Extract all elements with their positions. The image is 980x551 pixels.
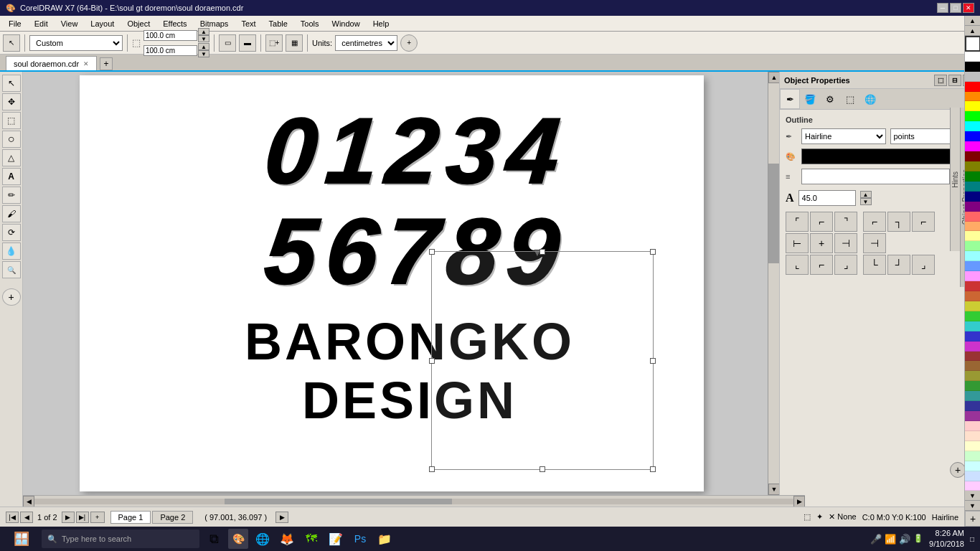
search-bar[interactable]: 🔍 Type here to search <box>42 529 199 548</box>
swatch-sienna[interactable] <box>965 361 980 371</box>
anchor-ml[interactable]: ⊢ <box>786 233 809 253</box>
panel-tab-window[interactable]: ⬚ <box>840 89 860 109</box>
corner-style-9[interactable]: ⌟ <box>912 255 935 275</box>
selection-box[interactable] <box>431 251 654 470</box>
anchor-mc[interactable]: + <box>810 233 833 253</box>
swatch-darkkhaki[interactable] <box>965 371 980 381</box>
taskbar-explorer[interactable]: 📁 <box>374 529 395 549</box>
tool-fill[interactable]: 💧 <box>2 242 21 260</box>
corner-style-1[interactable]: ⌐ <box>863 212 886 232</box>
scroll-down-button[interactable]: ▼ <box>768 484 779 495</box>
portrait-button[interactable]: ▭ <box>219 34 236 52</box>
panel-restore-button[interactable]: ⬚ <box>934 75 947 86</box>
handle-top-mid[interactable] <box>540 249 545 255</box>
hints-tab[interactable]: Hints <box>950 108 960 251</box>
corner-style-2[interactable]: ┐ <box>887 212 910 232</box>
swatch-cyan[interactable] <box>965 121 980 131</box>
swatch-darkviolet[interactable] <box>965 411 980 421</box>
units-dropdown[interactable]: centimetres <box>335 35 397 51</box>
tool-brush[interactable]: 🖌 <box>2 205 21 222</box>
add-button[interactable]: + <box>400 34 418 52</box>
landscape-button[interactable]: ▬ <box>239 34 256 52</box>
swatch-steel[interactable] <box>965 471 980 481</box>
pattern-preview[interactable] <box>801 169 950 184</box>
handle-top-right[interactable] <box>650 249 656 255</box>
menu-help[interactable]: Help <box>367 18 395 29</box>
corner-style-3[interactable]: ⌐ <box>912 212 935 232</box>
tool-ellipse[interactable]: ○ <box>2 131 21 148</box>
menu-text[interactable]: Text <box>235 18 261 29</box>
swatch-lightyellow[interactable] <box>965 231 980 241</box>
anchor-tc[interactable]: ⌐ <box>810 212 833 232</box>
page-2-tab[interactable]: Page 2 <box>152 511 193 524</box>
taskbar-firefox[interactable]: 🦊 <box>277 529 297 549</box>
handle-bot-left[interactable] <box>429 466 435 472</box>
swatch-darkgreen[interactable] <box>965 171 980 182</box>
swatch-lightcyan[interactable] <box>965 251 980 261</box>
record-button[interactable]: ▶ <box>275 512 288 523</box>
swatch-skyblue[interactable] <box>965 461 980 471</box>
size-input[interactable] <box>798 190 856 206</box>
title-bar-controls[interactable]: ─ □ ✕ <box>937 3 974 13</box>
minimize-button[interactable]: ─ <box>937 3 948 13</box>
swatch-orange[interactable] <box>965 92 980 102</box>
horizontal-scrollbar[interactable]: ◀ ▶ <box>23 495 805 507</box>
swatch-green[interactable] <box>965 111 980 121</box>
swatch-brown[interactable] <box>965 291 980 301</box>
stroke-type-dropdown[interactable]: Hairline <box>801 128 886 144</box>
tool-add[interactable]: + <box>2 288 21 306</box>
palette-scroll-down2[interactable]: ▼ <box>965 501 981 511</box>
scroll-right-button[interactable]: ▶ <box>793 496 805 507</box>
swatch-teal2[interactable] <box>965 321 980 331</box>
last-page-button[interactable]: ▶| <box>76 512 89 523</box>
corner-style-7[interactable]: └ <box>863 255 886 275</box>
close-button[interactable]: ✕ <box>963 3 974 13</box>
taskbar-corelmap[interactable]: 🗺 <box>301 529 321 549</box>
size-down-button[interactable]: ▼ <box>860 198 872 205</box>
handle-bot-right[interactable] <box>650 466 656 472</box>
tool-rectangle[interactable]: ⬚ <box>2 112 21 129</box>
panel-tab-effects[interactable]: ⚙ <box>820 89 840 109</box>
first-page-button[interactable]: |◀ <box>6 512 19 523</box>
menu-table[interactable]: Table <box>263 18 293 29</box>
chart-button[interactable]: ▦ <box>286 34 303 52</box>
taskbar-word[interactable]: 📝 <box>326 529 346 549</box>
height-up[interactable]: ▲ <box>198 43 209 50</box>
swatch-navy[interactable] <box>965 401 980 411</box>
no-color-swatch[interactable] <box>965 36 980 52</box>
palette-scroll-up[interactable]: ▲ <box>965 16 981 26</box>
palette-add-button[interactable]: + <box>965 511 980 527</box>
show-desktop-button[interactable]: □ <box>970 535 974 543</box>
handle-mid-right[interactable] <box>650 358 656 364</box>
swatch-magenta[interactable] <box>965 141 980 151</box>
tool-select[interactable]: ↖ <box>2 75 21 92</box>
handle-mid-left[interactable] <box>429 358 435 364</box>
preset-dropdown[interactable]: Custom <box>29 35 123 51</box>
panel-tab-fill[interactable]: 🪣 <box>800 89 820 109</box>
menu-tools[interactable]: Tools <box>295 18 325 29</box>
panel-float-button[interactable]: ⊟ <box>948 75 961 86</box>
color-preview[interactable] <box>801 149 965 164</box>
page-size-button[interactable]: ⬚+ <box>265 34 283 52</box>
menu-file[interactable]: File <box>3 18 27 29</box>
corner-style-8[interactable]: ┘ <box>887 255 910 275</box>
tray-mic-icon[interactable]: 🎤 <box>870 534 882 545</box>
swatch-mint[interactable] <box>965 451 980 461</box>
width-down[interactable]: ▼ <box>198 35 209 42</box>
tool-text[interactable]: A <box>2 168 21 185</box>
swatch-black[interactable] <box>965 62 980 72</box>
new-tab-button[interactable]: + <box>100 57 113 70</box>
scroll-up-button[interactable]: ▲ <box>768 72 779 83</box>
swatch-yellow[interactable] <box>965 101 980 111</box>
anchor-br[interactable]: ⌟ <box>834 255 857 275</box>
swatch-purple[interactable] <box>965 202 980 212</box>
tool-pointer[interactable]: ↖ <box>3 34 20 52</box>
swatch-darkred[interactable] <box>965 151 980 161</box>
swatch-lavender[interactable] <box>965 271 980 281</box>
scroll-track-v[interactable] <box>768 83 779 484</box>
swatch-thistle[interactable] <box>965 481 980 491</box>
active-tab[interactable]: soul doraemon.cdr ✕ <box>6 56 97 70</box>
page-1-tab[interactable]: Page 1 <box>110 511 151 524</box>
anchor-bl[interactable]: ⌞ <box>786 255 809 275</box>
menu-layout[interactable]: Layout <box>85 18 120 29</box>
